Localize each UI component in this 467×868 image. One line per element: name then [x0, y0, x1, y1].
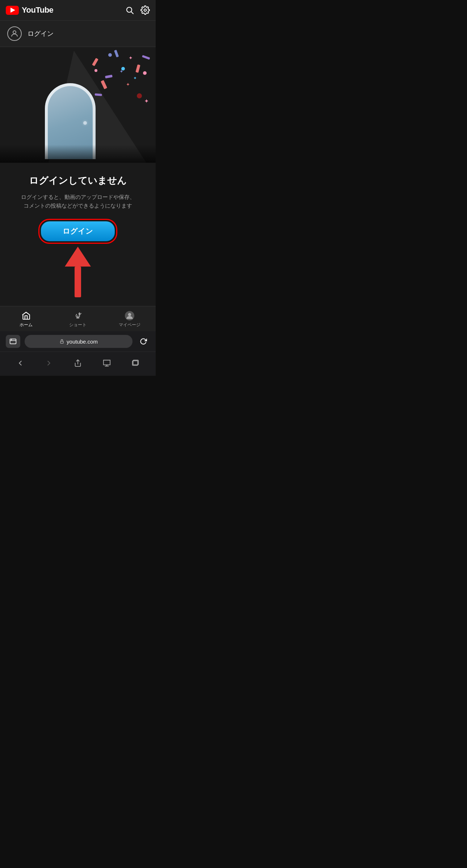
svg-rect-26 — [60, 341, 63, 343]
account-avatar-icon — [7, 26, 22, 41]
bottom-navigation: ホーム ショート マイページ — [0, 306, 156, 331]
svg-rect-23 — [10, 339, 16, 344]
browser-tab-icon — [9, 338, 17, 345]
svg-point-22 — [128, 313, 131, 316]
nav-item-mypage[interactable]: マイページ — [104, 311, 156, 328]
not-logged-description: ログインすると、動画のアップロードや保存、コメントの投稿などができるようになりま… — [20, 193, 136, 210]
browser-tab-button[interactable] — [6, 335, 20, 348]
lock-icon — [59, 339, 64, 344]
tabs-button[interactable] — [129, 356, 142, 370]
account-row[interactable]: ログイン — [0, 20, 156, 47]
door-scene: ✦ ✦ ✦ ✦ — [0, 47, 156, 163]
forward-button[interactable] — [42, 356, 56, 370]
nav-mypage-label: マイページ — [119, 322, 140, 328]
bookmarks-button[interactable] — [100, 356, 114, 370]
login-button[interactable]: ログイン — [41, 221, 115, 241]
header-actions — [125, 5, 150, 15]
browser-url-bar[interactable]: youtube.com — [25, 335, 132, 348]
svg-line-1 — [131, 12, 134, 14]
not-logged-title: ログインしていません — [29, 174, 127, 187]
nav-shorts-label: ショート — [69, 322, 87, 328]
text-section: ログインしていません ログインすると、動画のアップロードや保存、コメントの投稿な… — [11, 163, 144, 306]
search-button[interactable] — [125, 6, 134, 14]
login-button-wrapper: ログイン — [38, 219, 117, 297]
system-navigation — [0, 352, 156, 376]
door-knob — [83, 121, 87, 125]
settings-button[interactable] — [140, 5, 150, 15]
app-title: YouTube — [22, 5, 53, 15]
back-button[interactable] — [13, 356, 27, 370]
nav-home-label: ホーム — [20, 322, 33, 328]
browser-bar: youtube.com — [0, 331, 156, 352]
arrow-shaft — [75, 267, 81, 297]
login-button-frame: ログイン — [38, 219, 117, 244]
share-button[interactable] — [71, 356, 85, 370]
svg-point-3 — [13, 31, 16, 34]
arrow-head-icon — [65, 247, 91, 267]
floor-shadow — [0, 145, 156, 163]
app-header: YouTube — [0, 0, 156, 20]
logo-area: YouTube — [6, 5, 53, 15]
home-icon — [21, 311, 31, 320]
browser-reload-button[interactable] — [137, 335, 150, 348]
main-content: ✦ ✦ ✦ ✦ — [0, 47, 156, 306]
svg-point-2 — [144, 9, 147, 12]
mypage-icon — [125, 311, 134, 320]
arrow-indicator — [65, 247, 91, 297]
url-text: youtube.com — [67, 339, 98, 345]
shorts-icon — [73, 311, 83, 320]
nav-item-home[interactable]: ホーム — [0, 311, 52, 328]
illustration-area: ✦ ✦ ✦ ✦ — [0, 47, 156, 163]
account-login-label: ログイン — [28, 29, 54, 38]
nav-item-shorts[interactable]: ショート — [52, 311, 104, 328]
youtube-logo-icon — [6, 6, 19, 15]
reload-icon — [140, 338, 147, 345]
